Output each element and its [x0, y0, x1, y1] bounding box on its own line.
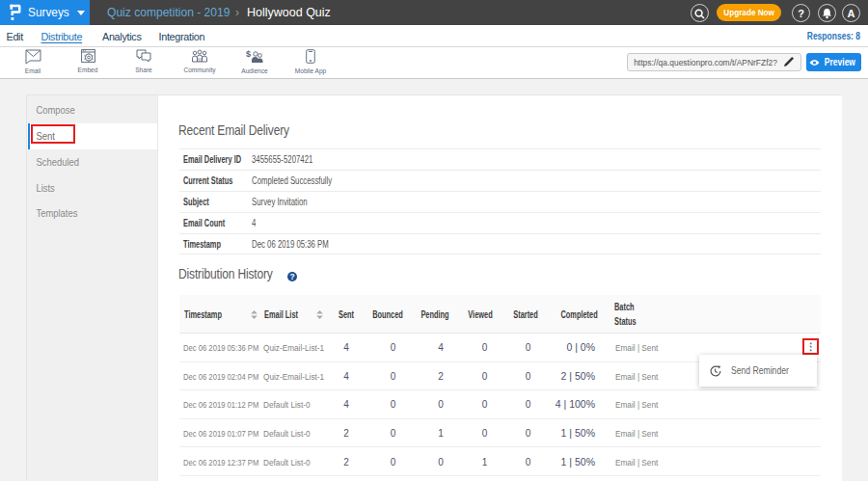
- svg-text:$: $: [246, 49, 251, 59]
